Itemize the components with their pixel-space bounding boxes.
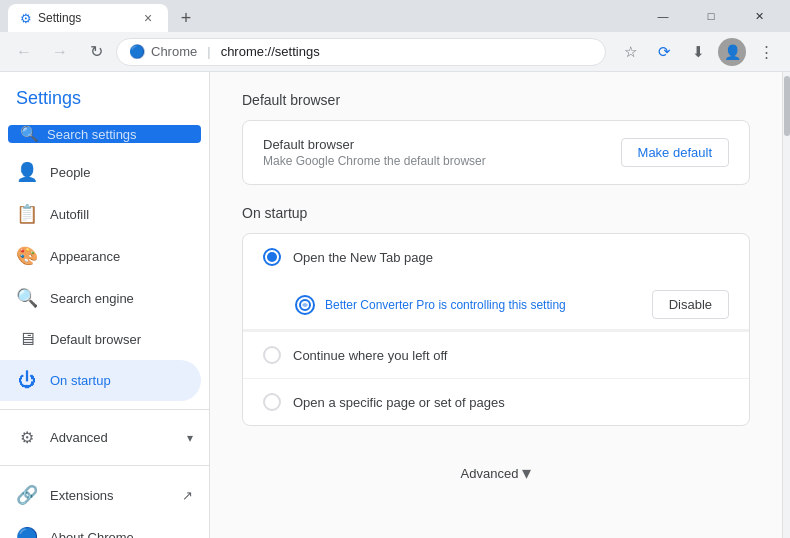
refresh-button[interactable]: ↻: [80, 36, 112, 68]
appearance-icon: 🎨: [16, 245, 38, 267]
bottom-advanced-label: Advanced: [461, 466, 519, 481]
sidebar-advanced-label: Advanced: [50, 430, 108, 445]
sidebar-nav: 👤 People 📋 Autofill 🎨 Appearance 🔍 Searc…: [0, 151, 209, 538]
nav-divider-2: [0, 465, 209, 466]
address-text: chrome://settings: [221, 44, 593, 59]
chrome-logo-icon: 🔵: [16, 526, 38, 538]
sidebar-item-default-browser-label: Default browser: [50, 332, 141, 347]
startup-new-tab-row[interactable]: Open the New Tab page: [243, 234, 453, 280]
star-button[interactable]: ☆: [614, 36, 646, 68]
radio-specific-label: Open a specific page or set of pages: [293, 395, 505, 410]
extension-name-text: Better Converter Pro: [325, 298, 435, 312]
window-controls: — □ ✕: [640, 0, 782, 32]
scrollbar[interactable]: [782, 72, 790, 538]
sidebar-item-autofill-label: Autofill: [50, 207, 89, 222]
settings-main: fish.com Default browser Default browser…: [210, 72, 782, 538]
radio-specific[interactable]: [263, 393, 281, 411]
sidebar-item-people-label: People: [50, 165, 90, 180]
forward-button[interactable]: →: [44, 36, 76, 68]
extension-icon: [295, 295, 315, 315]
sidebar: Settings 🔍 Search settings 👤 People 📋 Au…: [0, 72, 210, 538]
bottom-advanced-bar: Advanced ▾: [242, 446, 750, 500]
profile-button[interactable]: 👤: [716, 36, 748, 68]
tab-favicon: ⚙: [20, 11, 32, 26]
autofill-icon: 📋: [16, 203, 38, 225]
default-browser-section-title: Default browser: [242, 92, 750, 108]
sidebar-item-autofill[interactable]: 📋 Autofill: [0, 193, 201, 235]
menu-button[interactable]: ⋮: [750, 36, 782, 68]
sidebar-item-default-browser[interactable]: 🖥 Default browser: [0, 319, 201, 360]
make-default-action: Make default: [621, 138, 729, 167]
back-button[interactable]: ←: [8, 36, 40, 68]
radio-new-tab-label: Open the New Tab page: [293, 250, 433, 265]
sidebar-item-appearance[interactable]: 🎨 Appearance: [0, 235, 201, 277]
sidebar-search[interactable]: 🔍 Search settings: [8, 125, 201, 143]
extensions-icon: 🔗: [16, 484, 38, 506]
startup-specific-row[interactable]: Open a specific page or set of pages: [243, 378, 749, 425]
bottom-advanced-button[interactable]: Advanced ▾: [461, 462, 532, 484]
sidebar-extensions-label: Extensions: [50, 488, 114, 503]
address-prefix: Chrome: [151, 44, 197, 59]
sidebar-advanced-section[interactable]: ⚙ Advanced ▾: [0, 418, 209, 457]
default-browser-row: Default browser Make Google Chrome the d…: [243, 121, 749, 184]
close-button[interactable]: ✕: [736, 0, 782, 32]
radio-continue-label: Continue where you left off: [293, 348, 447, 363]
on-startup-icon: ⏻: [16, 370, 38, 391]
nav-divider: [0, 409, 209, 410]
chrome-icon: 🔵: [129, 44, 145, 59]
sidebar-item-search-engine-label: Search engine: [50, 291, 134, 306]
sidebar-extensions[interactable]: 🔗 Extensions ↗: [0, 474, 209, 516]
sidebar-about-chrome[interactable]: 🔵 About Chrome: [0, 516, 209, 538]
on-startup-card: Open the New Tab page Better Converter P…: [242, 233, 750, 426]
default-browser-sublabel: Make Google Chrome the default browser: [263, 154, 605, 168]
default-browser-label: Default browser: [263, 137, 605, 152]
extension-suffix: is controlling this setting: [435, 298, 566, 312]
extension-name: Better Converter Pro is controlling this…: [325, 298, 642, 312]
profile-avatar: 👤: [718, 38, 746, 66]
startup-continue-row[interactable]: Continue where you left off: [243, 331, 749, 378]
default-browser-icon: 🖥: [16, 329, 38, 350]
search-icon: 🔍: [20, 125, 39, 143]
sidebar-header: Settings: [0, 72, 209, 117]
tab-bar: ⚙ Settings × +: [8, 0, 632, 32]
new-tab-button[interactable]: +: [172, 4, 200, 32]
search-input[interactable]: Search settings: [47, 127, 189, 142]
sidebar-title: Settings: [16, 88, 193, 109]
on-startup-section-title: On startup: [242, 205, 750, 221]
bottom-chevron-icon: ▾: [522, 462, 531, 484]
external-link-icon: ↗: [182, 488, 193, 503]
address-bar[interactable]: 🔵 Chrome | chrome://settings: [116, 38, 606, 66]
startup-option-new-tab: Open the New Tab page Better Converter P…: [243, 234, 749, 331]
sync-button[interactable]: ⟳: [648, 36, 680, 68]
sidebar-item-on-startup-label: On startup: [50, 373, 111, 388]
browser-toolbar: ← → ↻ 🔵 Chrome | chrome://settings ☆ ⟳ ⬇…: [0, 32, 790, 72]
tab-title: Settings: [38, 11, 81, 25]
active-tab[interactable]: ⚙ Settings ×: [8, 4, 168, 32]
disable-extension-button[interactable]: Disable: [652, 290, 729, 319]
search-engine-icon: 🔍: [16, 287, 38, 309]
scrollbar-thumb[interactable]: [784, 76, 790, 136]
advanced-chevron-icon: ▾: [187, 431, 193, 445]
radio-new-tab[interactable]: [263, 248, 281, 266]
radio-continue[interactable]: [263, 346, 281, 364]
tab-close-button[interactable]: ×: [140, 10, 156, 26]
make-default-button[interactable]: Make default: [621, 138, 729, 167]
content-area: Settings 🔍 Search settings 👤 People 📋 Au…: [0, 72, 790, 538]
sidebar-about-label: About Chrome: [50, 530, 134, 539]
sidebar-item-appearance-label: Appearance: [50, 249, 120, 264]
toolbar-actions: ☆ ⟳ ⬇ 👤 ⋮: [614, 36, 782, 68]
sidebar-item-people[interactable]: 👤 People: [0, 151, 201, 193]
title-bar: ⚙ Settings × + — □ ✕: [0, 0, 790, 32]
maximize-button[interactable]: □: [688, 0, 734, 32]
minimize-button[interactable]: —: [640, 0, 686, 32]
advanced-icon: ⚙: [16, 428, 38, 447]
sidebar-item-search-engine[interactable]: 🔍 Search engine: [0, 277, 201, 319]
download-button[interactable]: ⬇: [682, 36, 714, 68]
default-browser-text: Default browser Make Google Chrome the d…: [263, 137, 605, 168]
extension-control-row: Better Converter Pro is controlling this…: [243, 280, 749, 330]
address-separator: |: [207, 44, 210, 59]
default-browser-card: Default browser Make Google Chrome the d…: [242, 120, 750, 185]
sidebar-item-on-startup[interactable]: ⏻ On startup: [0, 360, 201, 401]
people-icon: 👤: [16, 161, 38, 183]
